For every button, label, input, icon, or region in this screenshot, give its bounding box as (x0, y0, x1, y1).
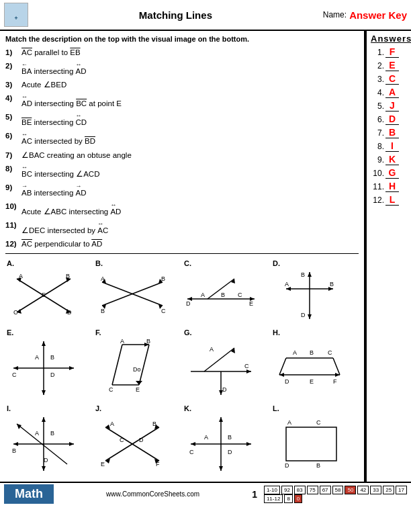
img-C: C. A B C D E (183, 258, 270, 326)
q11-text: ∠DEC intersected by ↔AC (21, 220, 359, 236)
answer-9-val: K (385, 154, 399, 165)
content-area: Match the description on the top with th… (0, 31, 365, 482)
svg-text:C: C (120, 437, 124, 443)
svg-text:B: B (316, 462, 320, 469)
page-title: Matching Lines (28, 9, 323, 21)
question-9: 9) →AB intersecting →AD (5, 182, 359, 198)
svg-text:C: C (12, 371, 17, 378)
svg-text:B: B (12, 447, 16, 454)
svg-text:C: C (244, 363, 249, 369)
img-J: J. A B C D E F (94, 403, 181, 478)
img-H: H. A B C D E F (271, 327, 359, 402)
q5-be: BE (21, 118, 32, 126)
svg-line-66 (204, 348, 234, 371)
score-67: 67 (320, 486, 331, 494)
answer-8: 8. I (371, 140, 407, 152)
question-11: 11) ∠DEC intersected by ↔AC (5, 220, 359, 236)
svg-line-77 (279, 358, 286, 375)
main-area: Match the description on the top with th… (0, 31, 411, 482)
img-C-label: C. (184, 259, 269, 267)
svg-text:E: E (136, 386, 140, 393)
q7-text: ∠BAC creating an obtuse angle (21, 150, 359, 161)
q1-text: AC parallel to EB (21, 47, 359, 58)
svg-text:C: C (13, 309, 18, 316)
name-label: Name: (323, 10, 347, 19)
q5-num: 5) (5, 112, 21, 122)
svg-text:D: D (222, 386, 227, 393)
answer-5: 5. J (371, 100, 407, 112)
img-E: E. A B C D (5, 327, 93, 402)
svg-marker-65 (246, 369, 251, 373)
answer-5-num: 5. (371, 101, 384, 111)
q2-num: 2) (5, 60, 21, 71)
svg-text:B: B (330, 281, 334, 287)
footer-math-label: Math (4, 484, 54, 504)
score-33: 33 (370, 486, 381, 494)
svg-text:D: D (301, 312, 306, 318)
score-42: 42 (357, 486, 369, 494)
img-H-label: H. (273, 328, 357, 337)
svg-line-56 (139, 345, 149, 385)
svg-marker-86 (13, 442, 18, 446)
svg-marker-45 (42, 390, 46, 395)
svg-text:E: E (249, 300, 253, 307)
svg-text:C: C (316, 419, 321, 426)
img-L-label: L. (273, 404, 357, 412)
answer-2-num: 2. (371, 61, 384, 71)
answer-9: 9. K (371, 154, 407, 165)
answer-1: 1. F (371, 46, 407, 58)
img-I-label: I. (7, 404, 91, 412)
svg-text:A: A (120, 338, 124, 345)
svg-text:Do: Do (133, 366, 141, 373)
score-row-2: 11-12 8 0 (264, 494, 407, 503)
q3-num: 3) (5, 79, 21, 90)
answer-10-num: 10. (371, 169, 384, 178)
answer-8-val: I (385, 140, 399, 152)
q4-text: ↔AD intersecting BC at point E (21, 93, 359, 109)
img-B: B. A B B C (94, 258, 181, 326)
svg-rect-119 (286, 427, 336, 461)
answer-4-val: A (385, 87, 399, 98)
img-F-label: F. (95, 328, 180, 337)
q1-num: 1) (5, 47, 21, 58)
img-D-label: D. (273, 259, 357, 267)
answer-6: 6. D (371, 114, 407, 125)
svg-text:A: A (204, 434, 208, 441)
svg-text:A: A (35, 430, 39, 437)
question-6: 6) ↔AC intersected by BD (5, 130, 359, 146)
q12-num: 12) (5, 238, 21, 249)
q12-ac: AC (21, 240, 32, 248)
svg-text:D: D (285, 378, 289, 385)
answer-1-val: F (385, 46, 399, 58)
q9-text: →AB intersecting →AD (21, 182, 359, 198)
svg-marker-89 (42, 417, 46, 422)
svg-text:A: A (287, 419, 291, 426)
svg-text:E: E (310, 378, 314, 385)
q2-text: ←BA intersecting ↔AD (21, 60, 359, 77)
question-4: 4) ↔AD intersecting BC at point E (5, 93, 359, 109)
answer-10: 10. G (371, 167, 407, 179)
q8-num: 8) (5, 163, 21, 174)
svg-marker-90 (42, 466, 46, 471)
footer: Math www.CommonCoreSheets.com 1 1-10 92 … (0, 482, 411, 505)
svg-text:C: C (328, 349, 332, 356)
svg-marker-48 (69, 366, 74, 370)
score-83: 83 (294, 486, 306, 494)
q10-num: 10) (5, 201, 21, 212)
score-0: 0 (294, 494, 302, 503)
svg-text:A: A (210, 346, 214, 353)
svg-text:D: D (44, 457, 48, 463)
q7-num: 7) (5, 150, 21, 161)
score-92: 92 (281, 486, 293, 494)
svg-text:C: C (238, 292, 242, 298)
answer-11-val: H (385, 181, 399, 192)
answers-title: Answers (371, 34, 407, 44)
q8-text: ↔BC intersecting ∠ACD (21, 163, 359, 179)
img-J-label: J. (95, 404, 180, 412)
svg-text:E: E (101, 461, 105, 468)
answer-12: 12. L (371, 194, 407, 206)
score-75: 75 (307, 486, 318, 494)
q1-ac: AC (21, 48, 32, 56)
question-5: 5) BE intersecting ↔CD (5, 112, 359, 128)
svg-marker-87 (69, 442, 74, 446)
